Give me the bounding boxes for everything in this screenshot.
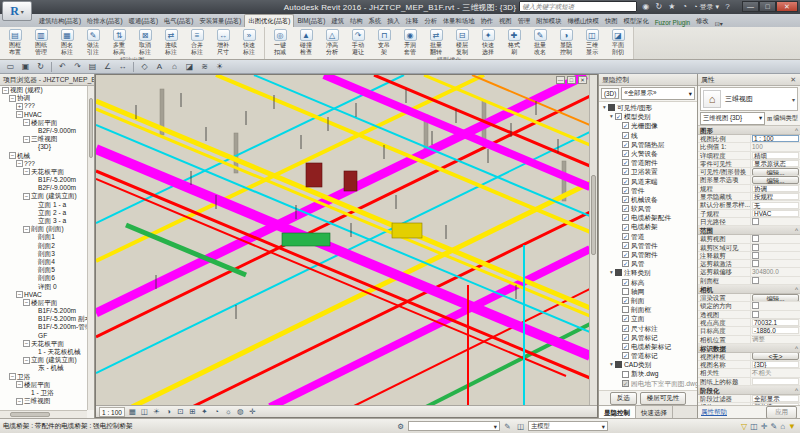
property-section-header[interactable]: 阶段化^ bbox=[698, 386, 800, 395]
measure-icon[interactable]: ∠ bbox=[101, 61, 114, 73]
property-section-header[interactable]: 范围^ bbox=[698, 226, 800, 235]
minimize-button[interactable]: — bbox=[742, 1, 759, 12]
value-field[interactable]: HVAC bbox=[752, 210, 799, 217]
checkbox[interactable] bbox=[752, 235, 759, 242]
checkbox[interactable]: ✓ bbox=[622, 343, 629, 350]
visibility-item[interactable]: ✓剖面 bbox=[599, 296, 697, 305]
favorites-icon[interactable]: ★ bbox=[666, 1, 677, 12]
value-field[interactable]: 协调 bbox=[752, 185, 799, 192]
collapse-icon[interactable]: − bbox=[9, 373, 16, 380]
checkbox[interactable]: ✓ bbox=[622, 122, 629, 129]
search-input[interactable] bbox=[519, 1, 637, 12]
ribbon-button[interactable]: ↔增补 尺寸 bbox=[210, 28, 236, 55]
checkbox[interactable]: ✓ bbox=[622, 315, 629, 322]
ribbon-button[interactable]: ⊠取消 标注 bbox=[132, 28, 158, 55]
select-links-icon[interactable]: ✛ bbox=[761, 422, 768, 431]
application-menu-button[interactable]: R▾ bbox=[2, 1, 32, 21]
ribbon-tab[interactable]: 附加模块 bbox=[533, 15, 564, 27]
tree-item[interactable]: −楼层平面 bbox=[0, 381, 87, 389]
tree-item[interactable]: −机械 bbox=[0, 152, 87, 160]
value-field[interactable]: 全部显示 bbox=[752, 395, 799, 402]
value-field[interactable]: -1886.0 bbox=[752, 327, 799, 334]
collapse-icon[interactable]: − bbox=[9, 152, 16, 159]
ribbon-tab[interactable]: 插入 bbox=[384, 15, 403, 27]
ribbon-tab[interactable]: 修改 bbox=[693, 15, 712, 27]
visibility-item[interactable]: ✓风管附件 bbox=[599, 250, 697, 259]
filter-dropdown[interactable]: «全部显示»▾ bbox=[621, 87, 695, 100]
tree-item[interactable]: −天花板平面 bbox=[0, 168, 87, 176]
ribbon-tab[interactable]: 体量和场地 bbox=[440, 15, 477, 27]
ribbon-tab[interactable]: 给排水(品茗) bbox=[84, 15, 126, 27]
property-value[interactable] bbox=[751, 244, 800, 251]
tree-item[interactable]: −HVAC bbox=[0, 291, 87, 299]
checkbox[interactable]: ✓ bbox=[622, 242, 629, 249]
tree-item[interactable]: −天花板平面 bbox=[0, 340, 87, 348]
properties-help-link[interactable]: 属性帮助 bbox=[701, 408, 727, 417]
ribbon-tab[interactable]: 管理 bbox=[515, 15, 534, 27]
collapse-icon[interactable]: − bbox=[16, 160, 23, 167]
visibility-item[interactable]: ✓管道标记 bbox=[599, 351, 697, 360]
tree-item[interactable]: B1F/-5.200m-管综图 bbox=[0, 323, 87, 331]
search-icon[interactable]: ◉ bbox=[640, 1, 651, 12]
tree-item[interactable]: B1F/-5.200m 副本 2 bbox=[0, 315, 87, 323]
collapse-icon[interactable]: − bbox=[23, 340, 30, 347]
open-icon[interactable]: ▭ bbox=[4, 61, 17, 73]
ribbon-button[interactable]: ⇄批量 翻转 bbox=[423, 28, 449, 55]
checkbox[interactable]: ✓ bbox=[622, 251, 629, 258]
checkbox[interactable]: ✓ bbox=[622, 325, 629, 332]
ribbon-button[interactable]: ⇅多重 标高 bbox=[106, 28, 132, 55]
unlocked-view-icon[interactable]: ✦ bbox=[199, 407, 210, 417]
visibility-item[interactable]: ✓火警设备 bbox=[599, 149, 697, 158]
tree-item[interactable]: +??? bbox=[0, 102, 87, 110]
property-value[interactable] bbox=[751, 311, 800, 318]
ribbon-tab[interactable]: 协作 bbox=[477, 15, 496, 27]
checkbox[interactable] bbox=[752, 260, 759, 267]
value-field[interactable]: 70032.1 bbox=[752, 319, 799, 326]
property-value[interactable]: 精细 bbox=[751, 152, 800, 159]
checkbox[interactable]: ✓ bbox=[622, 168, 629, 175]
checkbox[interactable] bbox=[752, 277, 759, 284]
property-value[interactable]: <无> bbox=[751, 353, 800, 360]
visibility-item[interactable]: ✓风道末端 bbox=[599, 177, 697, 186]
ribbon-tab[interactable]: 视图 bbox=[496, 15, 515, 27]
checkbox[interactable]: ✓ bbox=[622, 260, 629, 267]
collapse-icon[interactable]: − bbox=[23, 119, 30, 126]
ribbon-button[interactable]: ✦快速 选择 bbox=[475, 28, 501, 55]
collapse-icon[interactable]: ^ bbox=[795, 126, 800, 134]
exclude-options-icon[interactable]: ▽ bbox=[741, 422, 747, 431]
ribbon-tab[interactable]: 出图优化(品茗) bbox=[244, 14, 294, 27]
checkbox[interactable]: ✓ bbox=[622, 214, 629, 221]
property-value[interactable] bbox=[751, 277, 800, 284]
browser-vertical-scrollbar[interactable] bbox=[87, 86, 94, 410]
checkbox[interactable] bbox=[622, 306, 629, 313]
tree-item[interactable]: 立面 2 - a bbox=[0, 209, 87, 217]
edit-button[interactable]: 编辑... bbox=[752, 176, 799, 183]
visibility-item[interactable]: ✓风管管件 bbox=[599, 241, 697, 250]
edit-type-button[interactable]: ⊞编辑类型 bbox=[767, 114, 798, 123]
tree-item[interactable]: −立面 (建筑立面) bbox=[0, 192, 87, 200]
property-value[interactable] bbox=[751, 302, 800, 309]
checkbox[interactable] bbox=[622, 371, 629, 378]
ribbon-button[interactable]: ◎一键 扣减 bbox=[267, 28, 293, 55]
visibility-item[interactable]: ▾注释类别 bbox=[599, 268, 697, 277]
edit-button[interactable]: 编辑... bbox=[752, 294, 799, 301]
reveal-hidden-icon[interactable]: ☼ bbox=[223, 407, 234, 417]
ribbon-button[interactable]: ▥图纸 管理 bbox=[28, 28, 54, 55]
visibility-item[interactable]: ✓软风管 bbox=[599, 204, 697, 213]
property-value[interactable]: 编辑... bbox=[751, 168, 800, 175]
property-value[interactable]: 按规程 bbox=[751, 193, 800, 200]
tree-item[interactable]: {3D} bbox=[0, 143, 87, 151]
ribbon-tab[interactable]: 分析 bbox=[421, 15, 440, 27]
tree-item[interactable]: B2F/-9.000m bbox=[0, 184, 87, 192]
checkbox[interactable]: ✓ bbox=[622, 196, 629, 203]
visibility-item[interactable]: ✓光栅图像 bbox=[599, 121, 697, 130]
ribbon-button[interactable]: ✚格式 刷 bbox=[501, 28, 527, 55]
sign-in-button[interactable]: ◔登录▾ bbox=[693, 2, 719, 12]
constraints-icon[interactable]: ✛ bbox=[247, 407, 258, 417]
filter-icon[interactable]: ▼ bbox=[788, 422, 796, 431]
panel-tab[interactable]: 显隐控制 bbox=[599, 406, 636, 418]
checkbox[interactable]: ✓ bbox=[622, 178, 629, 185]
save-icon[interactable]: ▣ bbox=[19, 61, 32, 73]
press-drag-icon[interactable]: ◫ bbox=[750, 422, 758, 431]
checkbox[interactable]: ✓ bbox=[622, 334, 629, 341]
